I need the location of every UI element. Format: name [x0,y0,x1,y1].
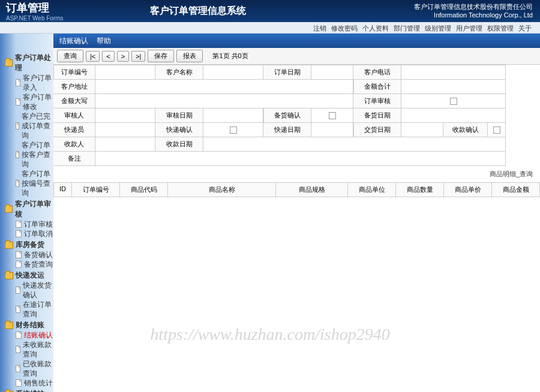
label-express-confirm: 快递确认 [155,123,203,137]
field-receipt-date[interactable] [203,137,506,152]
label-cust-addr: 客户地址 [53,80,95,94]
field-audit-date[interactable] [203,108,263,123]
file-icon [16,151,19,158]
tree-item[interactable]: 销售统计 [5,378,53,388]
detail-col-head: 商品数量 [396,183,444,197]
file-icon [16,306,20,313]
file-icon [16,180,19,187]
page-info: 第1页 共0页 [212,52,248,61]
tree-folder[interactable]: 客户订单处理 [5,53,53,73]
tree-item[interactable]: 未收账款查询 [5,340,53,359]
tab-help[interactable]: 帮助 [97,36,111,46]
file-icon [16,287,20,294]
app-title: 客户订单管理信息系统 [150,5,246,17]
last-button[interactable]: >| [131,51,145,62]
folder-icon [5,59,13,67]
detail-title[interactable]: 商品明细_查询 [53,166,540,182]
field-cust-addr[interactable] [95,80,353,94]
file-icon [16,79,20,86]
file-icon [16,98,20,105]
query-button[interactable]: 查询 [57,50,83,62]
field-payee[interactable] [95,137,155,152]
tree-item[interactable]: 客户订单按客户查询 [5,140,53,169]
tree-item[interactable]: 订单取消 [5,229,53,239]
sidebar: 客户订单处理客户订单录入客户订单修改客户已完成订单查询客户订单按客户查询客户订单… [0,34,53,392]
detail-col-head: 商品单价 [444,183,492,197]
detail-col-head: 商品规格 [276,183,348,197]
topnav-item[interactable]: 修改密码 [331,25,358,32]
tree-item[interactable]: 备货确认 [5,250,53,260]
topnav-item[interactable]: 部门管理 [394,25,420,32]
tree-folder[interactable]: 客户订单审核 [5,199,53,219]
check-receipt-confirm[interactable] [488,123,506,137]
logo-sub: ASP.NET Web Forms [6,15,108,22]
topnav-item[interactable]: 级别管理 [425,25,451,32]
field-deliver-date[interactable] [401,123,443,137]
checkbox-icon[interactable] [329,112,336,119]
logo-title: 订单管理 [6,1,108,15]
tree-item[interactable]: 客户订单录入 [5,73,53,92]
save-button[interactable]: 保存 [148,50,174,62]
label-auditor: 审核人 [53,108,95,123]
tree-folder[interactable]: 库房备货 [5,240,53,250]
tree-item[interactable]: 在途订单查询 [5,300,53,319]
tree-item[interactable]: 客户订单修改 [5,92,53,111]
checkbox-icon[interactable] [230,126,237,134]
label-express-date: 快递日期 [263,123,311,137]
next-button[interactable]: > [117,51,129,62]
tree-item[interactable]: 订单审核 [5,219,53,229]
label-prep-confirm: 备货确认 [263,108,311,123]
tab-title[interactable]: 结账确认 [59,36,88,46]
label-remark: 备注 [53,152,95,166]
label-order-audit: 订单审核 [353,94,401,108]
check-express-confirm[interactable] [203,123,263,137]
topnav-item[interactable]: 注销 [313,25,326,32]
detail-col-head: 订单编号 [72,183,120,197]
label-cust-phone: 客户电话 [353,65,401,80]
label-payee: 收款人 [53,137,95,152]
field-cust-name[interactable] [203,65,263,80]
first-button[interactable]: |< [86,51,100,62]
label-order-no: 订单编号 [53,65,95,80]
file-icon [16,221,22,228]
field-auditor[interactable] [95,108,155,123]
topnav-item[interactable]: 用户管理 [456,25,482,32]
tree-item[interactable]: 备货查询 [5,260,53,269]
tree-folder[interactable]: 财务结账 [5,320,53,330]
tree-item[interactable]: 快递发货确认 [5,281,53,300]
field-cust-phone[interactable] [401,65,506,80]
topnav: 注销修改密码个人资料部门管理级别管理用户管理权限管理关于 [0,22,540,34]
topnav-item[interactable]: 权限管理 [487,25,514,32]
field-amt-upper[interactable] [95,94,353,108]
tree-item[interactable]: 结账确认 [5,330,53,340]
detail-col-head: 商品代码 [120,183,168,197]
topnav-item[interactable]: 关于 [518,25,532,32]
checkbox-icon[interactable] [450,98,457,105]
tree-item[interactable]: 已收账款查询 [5,359,53,378]
file-icon [16,122,19,129]
file-icon [16,379,22,387]
tree-item[interactable]: 客户已完成订单查询 [5,111,53,140]
check-prep-confirm[interactable] [311,108,353,123]
report-button[interactable]: 报表 [176,50,203,62]
prev-button[interactable]: < [102,51,114,62]
tree-folder[interactable]: 系统维护 [5,389,53,392]
tree-folder[interactable]: 快递发运 [5,270,53,281]
topnav-item[interactable]: 个人资料 [362,25,389,32]
field-prep-date[interactable] [401,108,506,123]
field-total-amt[interactable] [401,80,506,94]
file-icon [16,331,22,339]
tree-item[interactable]: 客户订单按编号查询 [5,169,53,198]
company-cn: 客户订单管理信息技术股份有限责任公司 [414,2,533,11]
label-cust-name: 客户名称 [155,65,203,80]
folder-icon [5,242,13,249]
folder-icon [5,272,13,279]
label-express-man: 快递员 [53,123,95,137]
checkbox-icon[interactable] [493,126,500,134]
field-express-man[interactable] [95,123,155,137]
field-express-date[interactable] [311,123,353,137]
field-order-no[interactable] [95,65,155,80]
field-remark[interactable] [95,152,506,166]
check-order-audit[interactable] [401,94,506,108]
field-order-date[interactable] [311,65,353,80]
